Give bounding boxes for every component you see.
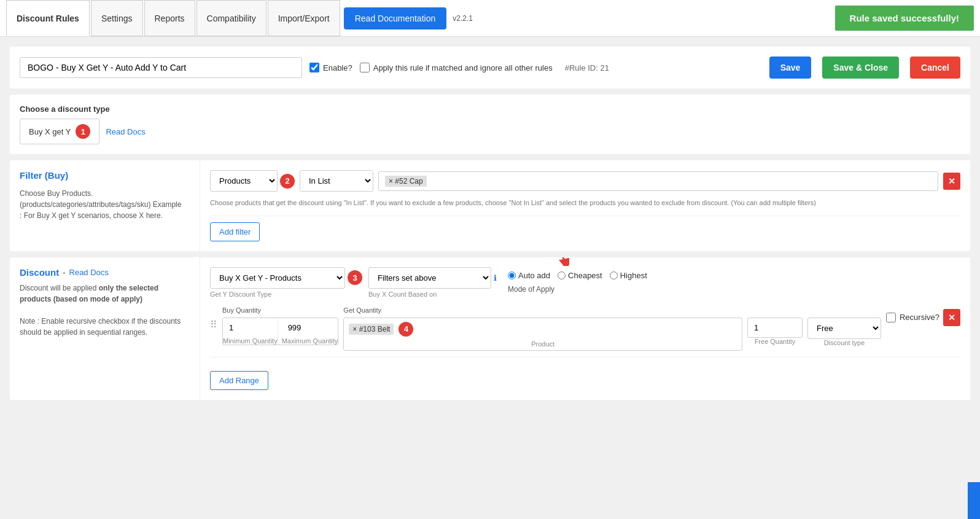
- discount-type-label: Discount type: [807, 339, 881, 346]
- discount-header: Discount - Read Docs: [20, 267, 190, 278]
- main-content: Enable? Apply this rule if matched and i…: [0, 37, 980, 416]
- success-banner: Rule saved successfully!: [835, 6, 974, 31]
- mode-highest[interactable]: Highest: [610, 271, 647, 280]
- tab-discount-rules[interactable]: Discount Rules: [6, 0, 90, 36]
- mode-options-row: Auto add Cheapest Highest: [508, 271, 647, 280]
- filter-hint: Choose products that get the discount us…: [210, 198, 960, 208]
- get-y-type-label: Get Y Discount Type: [210, 291, 362, 298]
- discount-type-group: placeholder Free Discount type: [807, 306, 881, 346]
- discount-col-right: Buy X Get Y - Products 3 Get Y Discount …: [200, 257, 970, 400]
- discount-type-section: Choose a discount type Buy X get Y 1 Rea…: [10, 95, 970, 154]
- discount-dash: -: [63, 268, 65, 277]
- save-close-button[interactable]: Save & Close: [822, 57, 899, 79]
- mode-section: Auto add Cheapest Highest Mode of: [508, 267, 647, 294]
- filter-row: Products 2 In List × #52 Cap ✕: [210, 170, 960, 192]
- get-qty-product-row: × #103 Belt 4: [344, 318, 742, 340]
- tab-compatibility[interactable]: Compatibility: [196, 0, 266, 36]
- mode-auto-add[interactable]: Auto add: [508, 271, 550, 280]
- discount-title: Discount: [20, 267, 59, 278]
- info-icon: ℹ: [494, 273, 497, 283]
- rule-title-row: Enable? Apply this rule if matched and i…: [10, 47, 970, 88]
- free-qty-group: placeholder Free Quantity: [747, 306, 803, 345]
- buy-x-label: Buy X Count Based on: [368, 291, 497, 298]
- tab-settings[interactable]: Settings: [91, 0, 143, 36]
- filter-panel: Filter (Buy) Choose Buy Products.(produc…: [10, 160, 970, 251]
- discount-type-select[interactable]: Free: [807, 318, 881, 339]
- discount-type-row: Buy X get Y 1 Read Docs: [20, 119, 960, 144]
- get-y-type-select[interactable]: Buy X Get Y - Products: [210, 267, 345, 289]
- recursive-group: Recursive? ✕: [886, 309, 960, 326]
- min-qty-label: Minimum Quantity: [223, 337, 278, 345]
- step-badge-4: 4: [399, 322, 413, 337]
- max-qty-input[interactable]: [282, 318, 331, 337]
- get-y-group: Buy X Get Y - Products 3 Get Y Discount …: [210, 267, 362, 298]
- filter-col-right: Products 2 In List × #52 Cap ✕ Choose pr…: [200, 160, 970, 251]
- radio-cheapest[interactable]: [558, 271, 566, 279]
- buy-x-select[interactable]: Filters set above: [368, 267, 491, 289]
- recursive-label: Recursive?: [900, 313, 939, 322]
- read-docs-link-type[interactable]: Read Docs: [106, 127, 145, 136]
- filter-two-col: Filter (Buy) Choose Buy Products.(produc…: [10, 160, 970, 251]
- filter-panel-header: Filter (Buy): [20, 170, 190, 188]
- filter-panel-desc: Choose Buy Products.(products/categories…: [20, 188, 190, 221]
- cancel-button[interactable]: Cancel: [910, 57, 960, 79]
- qty-row: ⠿ Buy Quantity Minimum Quantity Maximum …: [210, 306, 960, 351]
- radio-highest[interactable]: [610, 271, 618, 279]
- free-qty-input[interactable]: [747, 318, 803, 338]
- buy-qty-label: Buy Quantity: [222, 306, 338, 314]
- filter-tag: × #52 Cap: [385, 176, 427, 187]
- drag-handle[interactable]: ⠿: [210, 319, 217, 330]
- tab-read-documentation[interactable]: Read Documentation: [344, 7, 447, 29]
- mode-auto-add-label: Auto add: [518, 271, 550, 280]
- min-qty-input[interactable]: [223, 318, 272, 337]
- mode-cheapest[interactable]: Cheapest: [558, 271, 602, 280]
- buy-qty-inner: Minimum Quantity Maximum Quantity: [222, 318, 338, 345]
- filter-tag-value: × #52 Cap: [389, 177, 423, 185]
- product-label: Product: [344, 340, 742, 350]
- add-range-button[interactable]: Add Range: [210, 371, 268, 390]
- free-qty-col: Free Quantity: [747, 318, 803, 345]
- tab-reports[interactable]: Reports: [144, 0, 195, 36]
- rule-title-input[interactable]: [20, 57, 302, 78]
- enable-label: Enable?: [323, 63, 352, 72]
- mode-cheapest-label: Cheapest: [568, 271, 602, 280]
- discount-desc: Discount will be applied only the select…: [20, 283, 190, 338]
- step-badge-1: 1: [76, 124, 90, 139]
- discount-type-badge: Buy X get Y 1: [20, 119, 99, 144]
- add-filter-button[interactable]: Add filter: [210, 222, 260, 241]
- filter-condition-select[interactable]: In List: [300, 170, 373, 192]
- rule-id: #Rule ID: 21: [565, 63, 609, 72]
- read-docs-link-discount[interactable]: Read Docs: [69, 268, 109, 277]
- discount-two-col: Discount - Read Docs Discount will be ap…: [10, 257, 970, 400]
- get-qty-group: Get Quantity × #103 Belt 4 Product: [343, 306, 742, 351]
- get-qty-tag: × #103 Belt: [349, 324, 394, 335]
- discount-panel: Discount - Read Docs Discount will be ap…: [10, 257, 970, 400]
- enable-row: Enable?: [309, 63, 352, 72]
- discount-remove-button[interactable]: ✕: [943, 309, 960, 326]
- get-qty-tag-value: × #103 Belt: [352, 325, 390, 334]
- step-badge-2: 2: [280, 174, 295, 189]
- recursive-checkbox[interactable]: [886, 313, 896, 322]
- radio-auto-add[interactable]: [508, 271, 516, 279]
- top-nav: Discount Rules Settings Reports Compatib…: [0, 0, 980, 37]
- filter-tag-input[interactable]: × #52 Cap: [378, 171, 938, 191]
- enable-checkbox[interactable]: [309, 63, 319, 72]
- buy-qty-group: Buy Quantity Minimum Quantity Maximum Qu…: [222, 306, 338, 345]
- apply-label: Apply this rule if matched and ignore al…: [373, 63, 553, 72]
- filter-col-left: Filter (Buy) Choose Buy Products.(produc…: [10, 160, 200, 251]
- get-qty-label: Get Quantity: [343, 306, 742, 314]
- apply-checkbox[interactable]: [360, 63, 370, 72]
- get-qty-inner: × #103 Belt 4 Product: [343, 318, 742, 351]
- filter-remove-button[interactable]: ✕: [943, 173, 960, 190]
- apply-row: Apply this rule if matched and ignore al…: [360, 63, 553, 72]
- discount-type-value: Buy X get Y: [29, 127, 71, 136]
- max-qty-label: Maximum Quantity: [282, 337, 338, 345]
- tab-import-export[interactable]: Import/Export: [268, 0, 340, 36]
- filter-type-select[interactable]: Products: [210, 170, 278, 192]
- version-label: v2.2.1: [453, 14, 473, 23]
- free-qty-label: Free Quantity: [747, 338, 803, 345]
- discount-col-left: Discount - Read Docs Discount will be ap…: [10, 257, 200, 400]
- mode-highest-label: Highest: [620, 271, 647, 280]
- discount-type-col: Free Discount type: [807, 318, 881, 346]
- save-button[interactable]: Save: [769, 57, 812, 79]
